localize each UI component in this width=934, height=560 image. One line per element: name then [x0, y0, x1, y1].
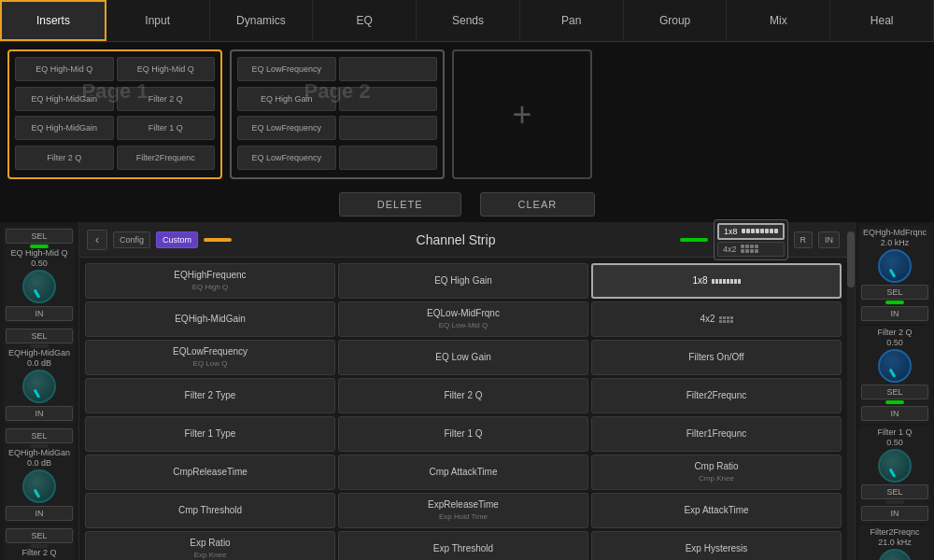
left-sel-0[interactable]: SEL — [6, 229, 73, 244]
nav-eq[interactable]: EQ — [313, 0, 417, 41]
nav-inserts[interactable]: Inserts — [0, 0, 106, 41]
right-label-3: Filter2Freqnc — [870, 528, 919, 538]
nav-pan[interactable]: Pan — [520, 0, 624, 41]
right-sel-1[interactable]: SEL — [861, 385, 928, 399]
nav-sends[interactable]: Sends — [417, 0, 520, 41]
right-knob-3[interactable] — [878, 549, 912, 560]
page1-item-0[interactable]: EQ High-Mid Q — [15, 57, 114, 81]
page1-item-2[interactable]: EQ High-MidGain — [15, 87, 114, 111]
right-led-2 — [885, 500, 904, 504]
left-label-3: Filter 2 Q — [21, 549, 56, 558]
page2-item-2[interactable]: EQ High Gain — [237, 87, 336, 111]
grid-4x2-icon — [719, 316, 733, 323]
left-sel-2[interactable]: SEL — [6, 428, 73, 443]
nav-group[interactable]: Group — [624, 0, 728, 41]
layout-4x2-option[interactable]: 4x2 — [717, 242, 785, 257]
custom-button[interactable]: Custom — [156, 231, 198, 248]
btn-eq-high-gain[interactable]: EQ High Gain — [338, 263, 588, 299]
prev-button[interactable]: ‹ — [87, 230, 107, 250]
btn-filters-onoff[interactable]: Filters On/Off — [591, 340, 842, 375]
btn-filter2-frequnc[interactable]: Filter2Frequnc — [591, 378, 842, 413]
left-sel-3[interactable]: SEL — [6, 528, 73, 543]
left-channel-1: SEL EQHigh-MidGan 0.0 dB IN — [4, 326, 75, 424]
page2-item-1[interactable] — [339, 57, 438, 81]
page1-item-7[interactable]: Filter2Frequenc — [117, 146, 216, 170]
right-knob-0[interactable] — [878, 249, 912, 283]
right-in-0[interactable]: IN — [861, 306, 928, 321]
main-content: SEL EQ High-Mid Q 0.50 IN SEL EQHigh-Mid… — [0, 222, 934, 560]
left-in-0[interactable]: IN — [6, 306, 73, 321]
btn-eq-high-freq[interactable]: EQHighFrequenc EQ High Q — [85, 263, 335, 299]
btn-eq-low-freq[interactable]: EQLowFrequency EQ Low Q — [85, 340, 335, 375]
scrollbar[interactable] — [847, 222, 855, 560]
config-button[interactable]: Config — [113, 231, 150, 248]
page2-item-5[interactable] — [339, 116, 438, 140]
page2-item-7[interactable] — [339, 146, 438, 170]
right-channel-0: EQHgh-MdFrqnc 2.0 kHz SEL IN — [859, 226, 930, 324]
btn-layout-4x2[interactable]: 4x2 — [591, 301, 842, 337]
left-label-0: EQ High-Mid Q — [10, 249, 67, 259]
left-sel-1[interactable]: SEL — [6, 329, 73, 343]
left-in-1[interactable]: IN — [6, 406, 73, 421]
clear-button[interactable]: CLEAR — [480, 192, 596, 217]
btn-cmp-threshold[interactable]: Cmp Threshold — [85, 493, 335, 528]
btn-eq-high-midgain[interactable]: EQHigh-MidGain — [85, 301, 335, 337]
right-knob-1[interactable] — [878, 349, 912, 383]
page2-item-0[interactable]: EQ LowFrequency — [237, 57, 336, 81]
btn-eq-low-gain[interactable]: EQ Low Gain — [338, 340, 588, 375]
action-row: DELETE CLEAR — [0, 187, 934, 222]
page-add-button[interactable]: + — [452, 49, 592, 179]
btn-layout-1x8[interactable]: 1x8 — [591, 263, 842, 299]
btn-eqlow-midfrqnc[interactable]: EQLow-MidFrqnc EQ Low-Mid Q — [338, 301, 588, 337]
center-panel: ‹ Config Custom Channel Strip 1x8 — [79, 222, 847, 560]
page1-item-6[interactable]: Filter 2 Q — [15, 146, 114, 170]
right-knob-2[interactable] — [878, 449, 912, 483]
nav-dynamics[interactable]: Dynamics — [210, 0, 314, 41]
left-label-2: EQHigh-MidGan — [8, 449, 70, 458]
page1-item-4[interactable]: EQ High-MidGain — [15, 116, 114, 140]
right-led-0 — [885, 301, 904, 304]
btn-cmp-release[interactable]: CmpReleaseTime — [85, 455, 335, 490]
page1-item-1[interactable]: EQ High-Mid Q — [117, 57, 216, 81]
btn-exp-attack[interactable]: Exp AttackTime — [591, 493, 842, 528]
btn-cmp-ratio[interactable]: Cmp Ratio Cmp Knee — [591, 455, 842, 490]
right-sel-2[interactable]: SEL — [861, 484, 928, 499]
grid-1x8-icon — [712, 279, 741, 284]
page1-item-3[interactable]: Filter 2 Q — [117, 87, 216, 111]
page2-item-3[interactable] — [339, 87, 438, 111]
left-channel-3: SEL Filter 2 Q 0.50 IN — [4, 525, 75, 560]
btn-exp-ratio[interactable]: Exp Ratio Exp Knee — [85, 531, 335, 560]
layout-1x8-option[interactable]: 1x8 — [717, 223, 785, 240]
page2-item-6[interactable]: EQ LowFrequency — [237, 146, 336, 170]
btn-exp-release[interactable]: ExpReleaseTime Exp Hold Time — [338, 493, 588, 528]
left-value-0: 0.50 — [31, 259, 48, 268]
left-knob-0[interactable] — [22, 270, 56, 303]
nav-mix[interactable]: Mix — [727, 0, 830, 41]
right-strip: EQHgh-MdFrqnc 2.0 kHz SEL IN Filter 2 Q … — [855, 222, 934, 560]
right-sel-0[interactable]: SEL — [861, 285, 928, 300]
scrollbar-thumb[interactable] — [847, 231, 855, 287]
right-in-1[interactable]: IN — [861, 406, 928, 421]
in-button-header[interactable]: IN — [818, 231, 840, 248]
left-knob-2[interactable] — [22, 469, 56, 503]
btn-cmp-attack[interactable]: Cmp AttackTime — [338, 455, 588, 490]
page2-item-4[interactable]: EQ LowFrequency — [237, 116, 336, 140]
r-button[interactable]: R — [794, 231, 814, 248]
btn-exp-threshold[interactable]: Exp Threshold — [338, 531, 588, 560]
btn-exp-hysteresis[interactable]: Exp Hysteresis — [591, 531, 842, 560]
left-channel-0: SEL EQ High-Mid Q 0.50 IN — [4, 226, 75, 324]
right-in-2[interactable]: IN — [861, 506, 928, 521]
btn-filter1-type[interactable]: Filter 1 Type — [85, 416, 335, 452]
layout-selector: 1x8 4x2 — [714, 219, 788, 260]
btn-filter1-frequnc[interactable]: Filter1Frequnc — [591, 416, 842, 452]
btn-filter2-type[interactable]: Filter 2 Type — [85, 378, 335, 413]
nav-heal[interactable]: Heal — [830, 0, 934, 41]
left-in-2[interactable]: IN — [6, 506, 73, 521]
delete-button[interactable]: DELETE — [339, 192, 461, 217]
nav-input[interactable]: Input — [106, 0, 210, 41]
btn-filter1-q[interactable]: Filter 1 Q — [338, 416, 588, 452]
page1-item-5[interactable]: Filter 1 Q — [117, 116, 216, 140]
left-knob-1[interactable] — [22, 370, 56, 403]
page2-box: Page 2 EQ LowFrequency EQ High Gain EQ L… — [230, 49, 445, 179]
btn-filter2-q[interactable]: Filter 2 Q — [338, 378, 588, 413]
